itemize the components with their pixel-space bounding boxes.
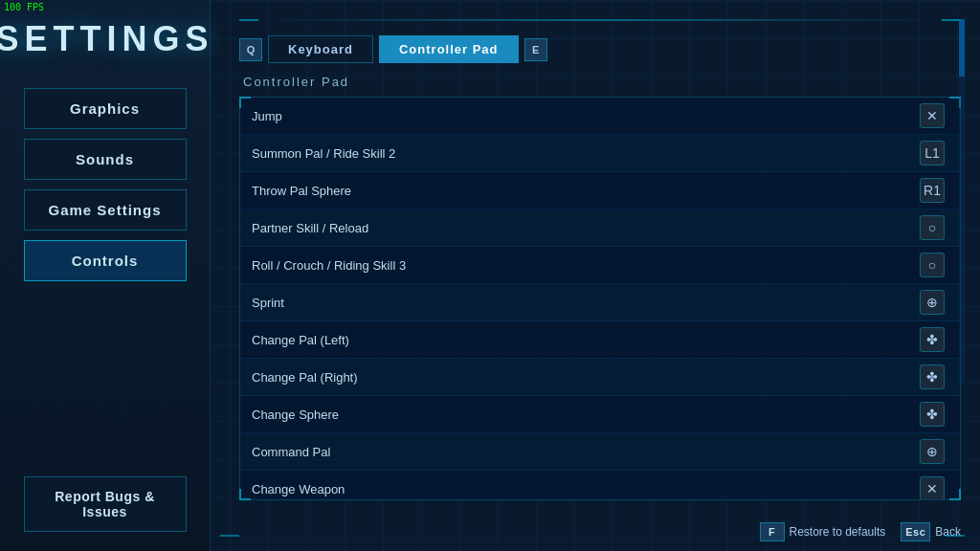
main-content: Q Keyboard Controller Pad E Controller P… — [220, 0, 980, 551]
sidebar-item-controls[interactable]: Controls — [24, 240, 187, 281]
restore-key-badge[interactable]: F — [760, 522, 785, 541]
key-icon-cell: ⊕ — [780, 284, 960, 321]
scrollbar[interactable] — [959, 19, 965, 383]
table-row[interactable]: Change Sphere✤ — [240, 396, 960, 433]
restore-defaults-label: Restore to defaults — [790, 525, 886, 539]
key-icon-cell: ○ — [780, 209, 960, 247]
action-label: Partner Skill / Reload — [240, 209, 780, 247]
controller-icon: ✤ — [920, 327, 945, 352]
action-label: Change Sphere — [240, 396, 780, 433]
table-row[interactable]: Partner Skill / Reload○ — [240, 209, 960, 247]
section-header: Controller Pad — [239, 75, 961, 89]
key-icon-cell: R1 — [780, 172, 960, 209]
controls-table: Jump✕Summon Pal / Ride Skill 2L1Throw Pa… — [240, 98, 960, 499]
action-label: Sprint — [240, 284, 780, 321]
sidebar-item-sounds[interactable]: Sounds — [24, 139, 187, 180]
report-bugs-button[interactable]: Report Bugs & Issues — [24, 476, 187, 532]
top-line — [266, 19, 934, 21]
controller-icon: ✕ — [920, 476, 945, 499]
controller-icon: R1 — [920, 178, 945, 203]
controls-scroll-area[interactable]: Jump✕Summon Pal / Ride Skill 2L1Throw Pa… — [240, 98, 960, 499]
sidebar-item-graphics[interactable]: Graphics — [24, 88, 187, 129]
back-key-badge[interactable]: Esc — [901, 522, 930, 541]
sidebar-item-game-settings[interactable]: Game Settings — [24, 189, 187, 231]
controls-frame: Jump✕Summon Pal / Ride Skill 2L1Throw Pa… — [239, 97, 961, 500]
action-label: Change Weapon — [240, 471, 780, 500]
key-icon-cell: L1 — [780, 135, 960, 172]
sidebar: SETTINGS Graphics Sounds Game Settings C… — [0, 0, 211, 551]
table-row[interactable]: Command Pal⊕ — [240, 433, 960, 471]
action-label: Roll / Crouch / Riding Skill 3 — [240, 247, 780, 284]
bottom-dash-right — [946, 535, 965, 537]
controller-icon: ○ — [920, 215, 945, 240]
top-decoration — [239, 19, 961, 21]
table-row[interactable]: Change Weapon✕ — [240, 471, 960, 500]
page-title: SETTINGS — [0, 19, 214, 59]
action-label: Summon Pal / Ride Skill 2 — [240, 135, 780, 172]
action-label: Jump — [240, 98, 780, 135]
action-label: Command Pal — [240, 433, 780, 471]
back-action: Esc Back — [901, 522, 961, 541]
tab-keyboard[interactable]: Keyboard — [268, 35, 373, 63]
controller-icon: ⊕ — [920, 290, 945, 315]
key-icon-cell: ✤ — [780, 396, 960, 433]
restore-defaults-action: F Restore to defaults — [760, 522, 886, 541]
sidebar-nav: Graphics Sounds Game Settings Controls — [24, 88, 187, 281]
action-label: Throw Pal Sphere — [240, 172, 780, 209]
top-dash-left — [239, 19, 258, 21]
table-row[interactable]: Sprint⊕ — [240, 284, 960, 321]
controller-icon: ✤ — [920, 364, 945, 389]
tab-q-key[interactable]: Q — [239, 38, 262, 61]
key-icon-cell: ✕ — [780, 98, 960, 135]
controller-icon: ✤ — [920, 402, 945, 427]
controller-icon: ⊕ — [920, 439, 945, 464]
table-row[interactable]: Throw Pal SphereR1 — [240, 172, 960, 209]
table-row[interactable]: Roll / Crouch / Riding Skill 3○ — [240, 247, 960, 284]
key-icon-cell: ○ — [780, 247, 960, 284]
tab-bar: Q Keyboard Controller Pad E — [239, 35, 961, 63]
sidebar-bottom: Report Bugs & Issues — [24, 476, 187, 532]
tab-controller-pad[interactable]: Controller Pad — [379, 35, 519, 63]
top-dash-right — [942, 19, 961, 21]
action-label: Change Pal (Right) — [240, 359, 780, 396]
table-row[interactable]: Summon Pal / Ride Skill 2L1 — [240, 135, 960, 172]
tab-e-key[interactable]: E — [524, 38, 547, 61]
table-row[interactable]: Jump✕ — [240, 98, 960, 135]
fps-counter: 100 FPS — [4, 2, 44, 12]
bottom-bar: F Restore to defaults Esc Back — [220, 522, 980, 541]
table-row[interactable]: Change Pal (Left)✤ — [240, 321, 960, 359]
bottom-dash-left — [220, 535, 239, 537]
key-icon-cell: ✕ — [780, 471, 960, 500]
controller-icon: L1 — [920, 141, 945, 165]
scrollbar-thumb[interactable] — [959, 19, 965, 77]
table-row[interactable]: Change Pal (Right)✤ — [240, 359, 960, 396]
action-label: Change Pal (Left) — [240, 321, 780, 359]
key-icon-cell: ✤ — [780, 359, 960, 396]
key-icon-cell: ✤ — [780, 321, 960, 359]
key-icon-cell: ⊕ — [780, 433, 960, 471]
controller-icon: ○ — [920, 253, 945, 277]
controller-icon: ✕ — [920, 103, 945, 128]
